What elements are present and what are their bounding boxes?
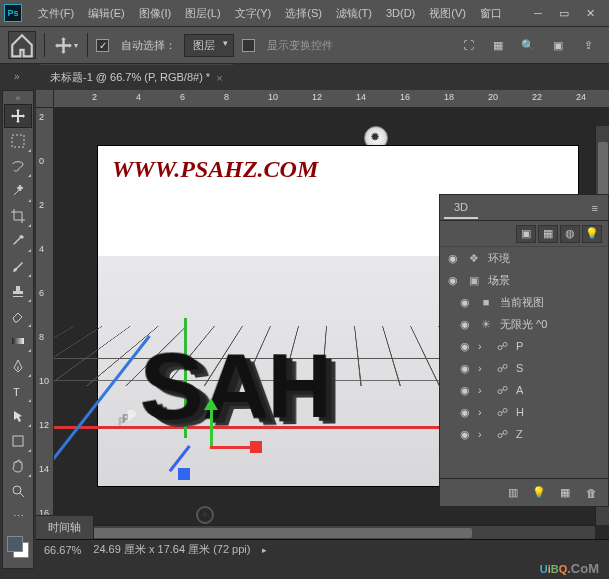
zoom-level[interactable]: 66.67%: [44, 544, 81, 556]
visibility-icon[interactable]: ◉: [446, 252, 460, 265]
panel-tab-3d[interactable]: 3D: [444, 197, 478, 219]
magic-wand-tool[interactable]: [4, 179, 32, 203]
3d-row-mesh-h[interactable]: ◉›☍H: [440, 401, 608, 423]
auto-select-checkbox[interactable]: [96, 39, 109, 52]
3d-row-environment[interactable]: ◉❖环境: [440, 247, 608, 269]
row-label: 场景: [488, 273, 510, 288]
auto-select-dropdown[interactable]: 图层: [184, 34, 234, 57]
menu-file[interactable]: 文件(F): [32, 2, 80, 25]
menu-filter[interactable]: 滤镜(T): [330, 2, 378, 25]
visibility-icon[interactable]: ◉: [458, 384, 472, 397]
new-mesh-icon[interactable]: ▥: [502, 483, 524, 503]
3d-row-mesh-a[interactable]: ◉›☍A: [440, 379, 608, 401]
arrange-icon[interactable]: ▦: [485, 32, 511, 58]
menu-3d[interactable]: 3D(D): [380, 3, 421, 23]
expand-icon[interactable]: ›: [478, 362, 488, 374]
window-close-button[interactable]: ✕: [579, 4, 601, 22]
ruler-tick: 2: [39, 112, 44, 122]
transform-controls-checkbox[interactable]: [242, 39, 255, 52]
menu-edit[interactable]: 编辑(E): [82, 2, 131, 25]
filter-light-icon[interactable]: 💡: [582, 225, 602, 243]
search-icon[interactable]: 🔍: [515, 32, 541, 58]
menu-type[interactable]: 文字(Y): [229, 2, 278, 25]
render-icon[interactable]: ▦: [554, 483, 576, 503]
eraser-tool[interactable]: [4, 304, 32, 328]
expand-icon[interactable]: ›: [478, 406, 488, 418]
filter-mesh-icon[interactable]: ▦: [538, 225, 558, 243]
document-tab[interactable]: 未标题-1 @ 66.7% (P, RGB/8#) * ×: [40, 64, 233, 90]
stamp-tool[interactable]: [4, 279, 32, 303]
crop-tool[interactable]: [4, 204, 32, 228]
share-icon[interactable]: ⇪: [575, 32, 601, 58]
edit-toolbar-icon[interactable]: ⋯: [4, 504, 32, 528]
menu-layer[interactable]: 图层(L): [179, 2, 226, 25]
zoom-tool[interactable]: [4, 479, 32, 503]
3d-row-mesh-s[interactable]: ◉›☍S: [440, 357, 608, 379]
visibility-icon[interactable]: ◉: [458, 296, 472, 309]
visibility-icon[interactable]: ◉: [458, 428, 472, 441]
3d-layer-list: ◉❖环境 ◉▣场景 ◉■当前视图 ◉☀无限光 ^0 ◉›☍P ◉›☍S ◉›☍A…: [440, 247, 608, 478]
filter-material-icon[interactable]: ◍: [560, 225, 580, 243]
3d-row-mesh-z[interactable]: ◉›☍Z: [440, 423, 608, 445]
expand-icon[interactable]: ›: [478, 384, 488, 396]
visibility-icon[interactable]: ◉: [458, 406, 472, 419]
tab-close-icon[interactable]: ×: [216, 72, 222, 84]
timeline-tab[interactable]: 时间轴: [36, 515, 94, 539]
gizmo-z-handle[interactable]: [178, 468, 190, 480]
ruler-horizontal[interactable]: 2 4 6 8 10 12 14 16 18 20 22 24: [54, 90, 609, 108]
ruler-vertical[interactable]: 2 0 2 4 6 8 10 12 14 16: [36, 108, 54, 539]
scroll-thumb[interactable]: [92, 528, 472, 538]
gradient-tool[interactable]: [4, 329, 32, 353]
3d-row-scene[interactable]: ◉▣场景: [440, 269, 608, 291]
ruler-origin[interactable]: [36, 90, 54, 108]
panel-menu-icon[interactable]: ≡: [586, 199, 604, 217]
move-tool-icon[interactable]: ▾: [53, 32, 79, 58]
home-icon[interactable]: [8, 31, 36, 59]
path-select-tool[interactable]: [4, 404, 32, 428]
foreground-color[interactable]: [7, 536, 23, 552]
3d-anchor-icon[interactable]: ✦: [196, 506, 214, 524]
menu-image[interactable]: 图像(I): [133, 2, 177, 25]
lasso-tool[interactable]: [4, 154, 32, 178]
status-menu-icon[interactable]: ▸: [262, 545, 267, 555]
mode-3d-icon[interactable]: ⛶: [455, 32, 481, 58]
3d-row-current-view[interactable]: ◉■当前视图: [440, 291, 608, 313]
visibility-icon[interactable]: ◉: [458, 318, 472, 331]
color-swatch[interactable]: [5, 534, 31, 560]
menu-window[interactable]: 窗口: [474, 2, 508, 25]
filter-scene-icon[interactable]: ▣: [516, 225, 536, 243]
visibility-icon[interactable]: ◉: [458, 362, 472, 375]
3d-row-mesh-p[interactable]: ◉›☍P: [440, 335, 608, 357]
visibility-icon[interactable]: ◉: [446, 274, 460, 287]
brush-tool[interactable]: [4, 254, 32, 278]
hand-tool[interactable]: [4, 454, 32, 478]
expand-icon[interactable]: ›: [478, 340, 488, 352]
row-label: 无限光 ^0: [500, 317, 547, 332]
shape-tool[interactable]: [4, 429, 32, 453]
ruler-tick: 6: [39, 288, 44, 298]
scrollbar-horizontal[interactable]: [72, 525, 595, 539]
tab-collapse-icon[interactable]: »: [14, 71, 20, 82]
visibility-icon[interactable]: ◉: [458, 340, 472, 353]
pen-tool[interactable]: [4, 354, 32, 378]
separator: [87, 33, 88, 57]
screen-mode-icon[interactable]: ▣: [545, 32, 571, 58]
3d-move-gizmo[interactable]: [170, 406, 250, 486]
menu-bar: Ps 文件(F) 编辑(E) 图像(I) 图层(L) 文字(Y) 选择(S) 滤…: [0, 0, 609, 26]
eyedropper-tool[interactable]: [4, 229, 32, 253]
window-minimize-button[interactable]: ─: [527, 4, 549, 22]
move-tool[interactable]: [4, 104, 32, 128]
menu-view[interactable]: 视图(V): [423, 2, 472, 25]
tool-collapse-icon[interactable]: «: [3, 93, 33, 103]
gizmo-x-handle[interactable]: [250, 441, 262, 453]
gizmo-y-handle[interactable]: [204, 398, 218, 410]
ruler-tick: 2: [39, 200, 44, 210]
menu-select[interactable]: 选择(S): [279, 2, 328, 25]
3d-row-infinite-light[interactable]: ◉☀无限光 ^0: [440, 313, 608, 335]
marquee-tool[interactable]: [4, 129, 32, 153]
expand-icon[interactable]: ›: [478, 428, 488, 440]
window-restore-button[interactable]: ▭: [553, 4, 575, 22]
delete-icon[interactable]: 🗑: [580, 483, 602, 503]
type-tool[interactable]: T: [4, 379, 32, 403]
new-light-icon[interactable]: 💡: [528, 483, 550, 503]
